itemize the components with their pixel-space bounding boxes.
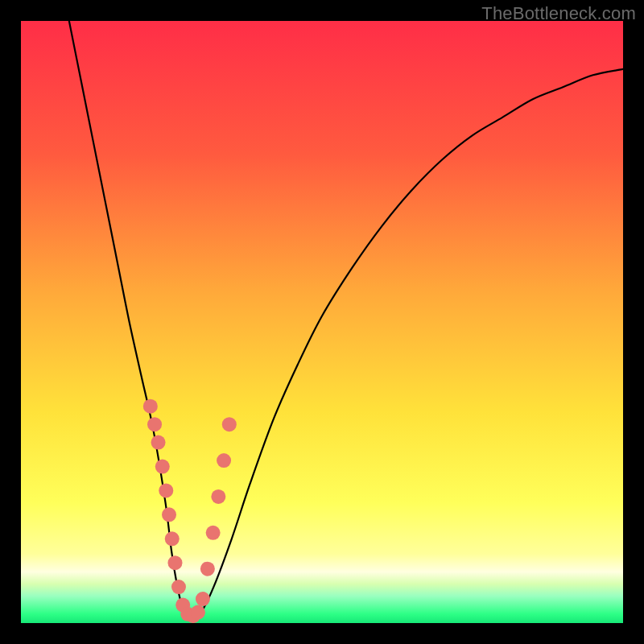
highlight-marker (217, 453, 231, 468)
highlight-marker (167, 555, 182, 570)
highlight-marker (171, 580, 186, 594)
highlight-marker (222, 417, 237, 431)
highlight-marker (165, 531, 180, 546)
gradient-background (21, 21, 623, 623)
highlight-marker (143, 399, 158, 414)
highlight-marker (155, 460, 170, 474)
highlight-marker (206, 526, 221, 540)
highlight-marker (200, 562, 215, 576)
highlight-marker (162, 507, 176, 522)
highlight-marker (147, 417, 162, 431)
highlight-marker (211, 489, 225, 504)
bottleneck-chart (21, 21, 623, 623)
highlight-marker (159, 483, 173, 497)
highlight-marker (191, 605, 205, 620)
chart-frame (21, 21, 623, 623)
watermark-text: TheBottleneck.com (481, 3, 636, 24)
highlight-marker (151, 436, 166, 450)
highlight-marker (196, 592, 210, 606)
